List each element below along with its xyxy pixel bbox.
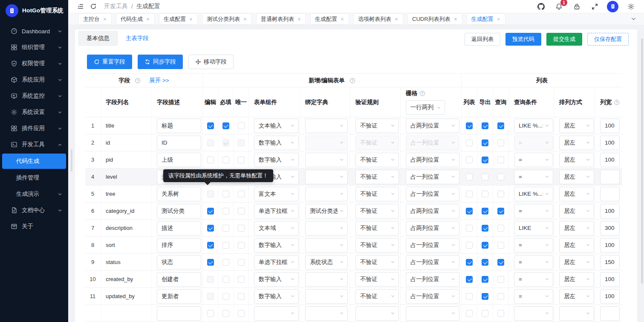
edit-checkbox[interactable] (207, 310, 214, 317)
query-cond-select[interactable]: LIKE (514, 221, 553, 235)
query-checkbox[interactable] (497, 225, 504, 232)
help-icon[interactable] (419, 90, 425, 96)
sidebar-item-关于[interactable]: 关于 (0, 218, 68, 235)
query-checkbox[interactable] (497, 122, 504, 129)
query-checkbox[interactable] (497, 157, 504, 163)
query-cond-select[interactable]: = (514, 289, 553, 304)
validate-select[interactable]: 不验证 (355, 289, 399, 304)
edit-checkbox[interactable] (207, 225, 214, 232)
column-width-input[interactable] (600, 272, 620, 287)
query-checkbox[interactable] (497, 293, 504, 300)
validate-select[interactable]: 不验证 (355, 119, 399, 133)
sidebar-item-系统应用[interactable]: 系统应用 (0, 72, 68, 88)
edit-checkbox[interactable] (207, 122, 214, 129)
align-select[interactable]: 居左 (559, 221, 594, 235)
list-checkbox[interactable] (466, 310, 473, 317)
dict-select[interactable] (305, 170, 348, 184)
tabs-dropdown-chevron-icon[interactable] (629, 15, 638, 23)
column-width-input[interactable] (600, 289, 620, 304)
component-select[interactable]: 数字输入 (254, 136, 299, 150)
validate-select[interactable]: 不验证 (355, 238, 399, 252)
dict-select[interactable] (305, 119, 348, 133)
sidebar-item-生成演示[interactable]: 生成演示 (0, 186, 68, 202)
validate-select[interactable]: 不验证 (355, 153, 399, 167)
validate-select[interactable]: 不验证 (355, 187, 399, 201)
export-checkbox[interactable] (482, 174, 488, 180)
grid-select[interactable]: 占两列位置 (406, 204, 459, 218)
export-checkbox[interactable] (482, 276, 488, 283)
align-select[interactable]: 居左 (559, 119, 594, 133)
unique-checkbox[interactable] (238, 310, 245, 317)
component-select[interactable]: 数字输入 (254, 289, 299, 304)
query-checkbox[interactable] (497, 191, 504, 197)
refresh-icon[interactable] (87, 0, 100, 13)
component-select[interactable]: 文本域 (254, 221, 299, 235)
unique-checkbox[interactable] (238, 293, 245, 300)
required-checkbox[interactable] (222, 225, 229, 232)
align-select[interactable]: 居左 (559, 289, 594, 304)
preview-code-button[interactable]: 预览代码 (505, 33, 541, 46)
query-checkbox[interactable] (497, 259, 504, 266)
validate-select[interactable]: 不验证 (355, 221, 399, 235)
back-to-list-button[interactable]: 返回列表 (465, 33, 500, 46)
column-width-input[interactable] (600, 136, 620, 150)
query-checkbox[interactable] (497, 208, 504, 215)
sidebar-item-文档中心[interactable]: 文档中心 (0, 202, 68, 218)
sidebar-item-插件应用[interactable]: 插件应用 (0, 120, 68, 136)
validate-select[interactable]: 不验证 (355, 170, 399, 184)
align-select[interactable]: 居左 (559, 204, 594, 218)
query-cond-select[interactable] (514, 306, 553, 321)
export-checkbox[interactable] (482, 208, 488, 215)
query-cond-select[interactable]: = (514, 272, 553, 287)
field-desc-input[interactable] (157, 289, 201, 304)
query-checkbox[interactable] (497, 139, 504, 146)
field-desc-input[interactable] (157, 255, 201, 270)
grid-select[interactable]: 占一列位置 (406, 170, 459, 184)
grid-select[interactable] (406, 306, 459, 321)
grid-select[interactable]: 占一列位置 (406, 255, 459, 270)
dict-select[interactable] (305, 221, 348, 235)
component-select[interactable]: 数字输入 (254, 272, 299, 287)
unique-checkbox[interactable] (238, 208, 245, 215)
field-desc-input[interactable] (157, 153, 201, 167)
sidebar-item-权限管理[interactable]: 权限管理 (0, 55, 68, 72)
breadcrumb-current[interactable]: 生成配置 (136, 3, 160, 10)
column-width-input[interactable] (600, 204, 620, 218)
export-checkbox[interactable] (482, 310, 488, 317)
settings-gear-icon[interactable] (625, 1, 636, 12)
list-checkbox[interactable] (466, 139, 473, 146)
logo[interactable]: HotGo管理系统 (0, 0, 68, 21)
sync-fields-button[interactable]: 同步字段 (138, 55, 183, 69)
unique-checkbox[interactable] (238, 225, 245, 232)
list-checkbox[interactable] (466, 276, 473, 283)
edit-checkbox[interactable] (207, 242, 214, 249)
component-select[interactable]: 单选下拉框 (254, 255, 299, 270)
breadcrumb-section[interactable]: 开发工具 (104, 3, 128, 10)
help-icon[interactable] (349, 78, 355, 84)
required-checkbox[interactable] (222, 259, 229, 266)
unique-checkbox[interactable] (238, 157, 245, 163)
query-cond-select[interactable]: = (514, 153, 553, 167)
component-select[interactable]: 数字输入 (254, 153, 299, 167)
dict-select[interactable]: 测试分类选项 (305, 204, 348, 218)
query-cond-select[interactable]: LIKE %...% (514, 119, 553, 133)
reset-fields-button[interactable]: 重置字段 (87, 55, 132, 69)
field-desc-input[interactable] (157, 272, 201, 287)
field-desc-input[interactable] (157, 187, 201, 201)
align-select[interactable]: 居左 (559, 238, 594, 252)
export-checkbox[interactable] (482, 157, 488, 163)
close-tab-icon[interactable] (340, 17, 344, 21)
validate-select[interactable]: 不验证 (355, 272, 399, 287)
collapse-sidebar-icon[interactable] (74, 0, 87, 13)
dict-select[interactable]: 系统状态 (305, 255, 348, 270)
grid-select[interactable]: 占一列位置 (406, 272, 459, 287)
required-checkbox[interactable] (222, 157, 229, 163)
align-select[interactable] (559, 306, 594, 321)
list-checkbox[interactable] (466, 174, 473, 180)
required-checkbox[interactable] (222, 191, 229, 197)
tab-basic-info[interactable]: 基本信息 (78, 31, 118, 46)
component-select[interactable]: 单选下拉框 (254, 204, 299, 218)
required-checkbox[interactable] (222, 276, 229, 283)
column-width-input[interactable] (600, 187, 620, 201)
align-select[interactable]: 居左 (559, 153, 594, 167)
